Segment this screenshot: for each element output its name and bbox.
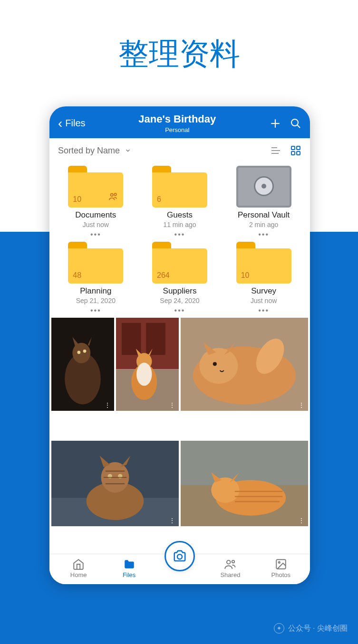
photo-more-button[interactable]: ⋮ [298,401,305,409]
folder-more-button[interactable]: ••• [140,230,220,239]
svg-point-50 [227,560,231,564]
svg-point-34 [213,362,217,366]
nav-photos[interactable]: Photos [256,558,306,578]
photo-thumbnail[interactable]: ⋮ [116,318,179,411]
camera-button[interactable] [164,541,195,571]
page-title: 整理资料 [0,0,358,75]
watermark-text: 公众号 · 尖峰创圈 [288,624,348,634]
folder-item-planning[interactable]: 48 Planning Sep 21, 2020 ••• [56,242,135,315]
folder-more-button[interactable]: ••• [224,230,303,239]
folder-name: Planning [56,286,135,296]
wechat-icon: ✦ [274,623,284,634]
folder-grid: 10 Documents Just now ••• 6 Guests 11 mi… [49,161,310,318]
svg-rect-22 [122,323,141,355]
folder-item-suppliers[interactable]: 264 Suppliers Sep 24, 2020 ••• [140,242,220,315]
sort-bar: Sorted by Name [49,138,310,161]
grid-icon [290,145,301,156]
nav-label: Files [123,571,135,578]
photos-icon [275,558,287,570]
vault-icon [236,166,291,208]
nav-label: Shared [220,571,240,578]
chevron-left-icon: ‹ [58,117,62,130]
folder-icon: 10 [68,166,123,208]
shared-icon [108,191,118,204]
header-title: Jane's Birthday [86,113,269,125]
back-button[interactable]: ‹ Files [58,117,86,130]
bottom-nav: Home Files . Shared Photos [49,554,310,584]
folder-count: 10 [241,271,250,280]
folder-icon: 6 [152,166,207,208]
folder-item-vault[interactable]: Personal Vault 2 min ago ••• [224,166,303,239]
watermark: ✦ 公众号 · 尖峰创圈 [274,623,348,634]
photo-more-button[interactable]: ⋮ [169,517,176,524]
folder-name: Personal Vault [224,210,303,220]
nav-files[interactable]: Files [104,558,154,578]
folder-count: 264 [157,271,170,280]
svg-point-12 [115,193,117,196]
folder-count: 48 [73,271,81,280]
folder-time: 2 min ago [224,221,303,228]
folder-icon [123,558,135,570]
photo-more-button[interactable]: ⋮ [298,517,305,524]
folder-time: Just now [224,297,303,304]
folder-name: Suppliers [140,286,220,296]
photo-thumbnail[interactable]: ⋮ [51,441,179,526]
back-label: Files [65,118,85,129]
svg-point-31 [199,348,238,384]
photo-thumbnail[interactable]: ⋮ [181,441,308,526]
folder-name: Guests [140,210,220,220]
folder-name: Documents [56,210,135,220]
svg-point-2 [291,119,298,126]
add-button[interactable] [269,117,281,130]
photo-thumbnail[interactable]: ⋮ [51,318,114,411]
search-button[interactable] [290,118,301,129]
folder-time: Sep 24, 2020 [140,297,220,304]
sort-button[interactable]: Sorted by Name [58,146,131,156]
sort-label-text: Sorted by Name [58,146,120,156]
svg-line-3 [297,125,300,128]
nav-label: Home [70,571,87,578]
svg-point-19 [83,350,87,353]
search-icon [290,118,301,129]
svg-point-51 [232,560,234,563]
folder-more-button[interactable]: ••• [56,306,135,315]
folder-count: 6 [157,195,161,204]
folder-item-guests[interactable]: 6 Guests 11 min ago ••• [140,166,220,239]
photo-grid: ⋮ ⋮ ⋮ ⋮ ⋮ [49,318,310,554]
photo-more-button[interactable]: ⋮ [169,401,176,409]
folder-item-survey[interactable]: 10 Survey Just now ••• [224,242,303,315]
photo-thumbnail[interactable]: ⋮ [181,318,308,411]
folder-item-documents[interactable]: 10 Documents Just now ••• [56,166,135,239]
svg-point-28 [136,363,152,386]
svg-rect-23 [146,323,165,355]
folder-more-button[interactable]: ••• [140,306,220,315]
svg-point-54 [177,554,182,559]
svg-rect-7 [291,146,295,150]
photo-more-button[interactable]: ⋮ [104,401,111,409]
svg-point-11 [111,194,114,197]
nav-shared[interactable]: Shared [205,558,255,578]
folder-more-button[interactable]: ••• [224,306,303,315]
grid-view-button[interactable] [290,145,301,156]
folder-more-button[interactable]: ••• [56,230,135,239]
nav-home[interactable]: Home [53,558,104,578]
folder-icon: 264 [152,242,207,284]
folder-time: Just now [56,221,135,228]
chevron-down-icon [125,147,131,154]
svg-point-53 [278,562,280,563]
folder-name: Survey [224,286,303,296]
plus-icon [269,117,281,130]
list-icon [270,145,281,156]
svg-rect-8 [297,146,300,150]
folder-count: 10 [73,195,81,204]
home-icon [72,558,85,570]
app-header: ‹ Files Jane's Birthday Personal [49,106,310,138]
camera-icon [173,549,187,563]
folder-time: Sep 21, 2020 [56,297,135,304]
svg-rect-10 [297,152,300,155]
phone-mockup: ‹ Files Jane's Birthday Personal Sorted … [49,106,310,584]
svg-rect-9 [291,152,295,155]
nav-label: Photos [271,571,290,578]
list-view-button[interactable] [270,145,281,156]
folder-icon: 10 [236,242,291,284]
